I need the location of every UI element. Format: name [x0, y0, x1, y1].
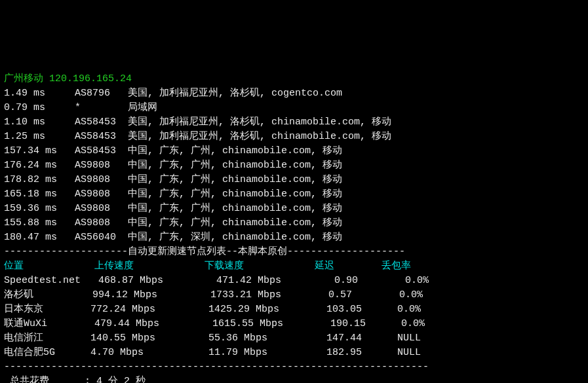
terminal-output: 广州移动 120.196.165.24 1.49 ms AS8796 美国, 加…: [0, 72, 588, 383]
